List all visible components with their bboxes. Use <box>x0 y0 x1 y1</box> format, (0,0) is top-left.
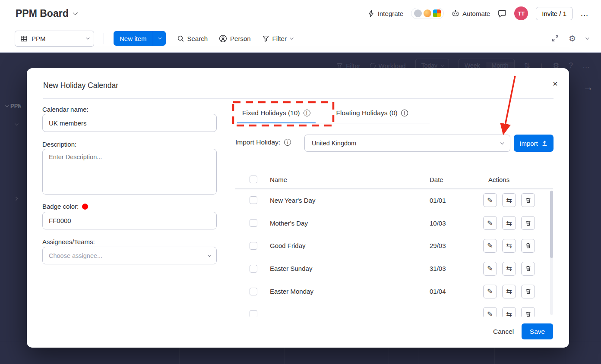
date-header: Date <box>430 176 482 183</box>
app-icon-1 <box>414 9 422 17</box>
select-all-checkbox[interactable] <box>250 176 257 183</box>
scrollbar-thumb[interactable] <box>550 191 553 258</box>
calendar-name-label: Calendar name: <box>42 106 89 113</box>
holiday-name: New Year's Day <box>270 197 430 204</box>
badge-color-swatch <box>82 204 88 210</box>
edit-icon[interactable]: ✎ <box>483 262 497 276</box>
delete-icon[interactable] <box>521 216 535 230</box>
description-label: Description: <box>42 141 76 148</box>
delete-icon[interactable] <box>521 285 535 298</box>
trash-icon <box>525 197 531 204</box>
edit-icon[interactable]: ✎ <box>483 216 497 230</box>
row-actions: ✎ ⇆ <box>482 193 554 207</box>
row-checkbox[interactable] <box>250 196 257 204</box>
avatar[interactable]: TT <box>514 6 528 20</box>
swap-icon[interactable]: ⇆ <box>502 262 516 276</box>
board-view-select[interactable]: PPM <box>15 31 94 47</box>
new-item-split-button: New item <box>114 31 166 46</box>
holiday-date: 29/03 <box>430 242 482 249</box>
assignees-select[interactable]: Choose assignee... <box>42 247 217 264</box>
description-textarea[interactable] <box>42 149 217 195</box>
table-row: New Year's Day 01/01 ✎ ⇆ <box>235 189 554 212</box>
row-checkbox[interactable] <box>250 265 257 273</box>
search-button[interactable]: Search <box>177 35 208 42</box>
edit-icon[interactable]: ✎ <box>483 193 497 207</box>
integrations-apps-pill[interactable] <box>411 8 444 19</box>
filter-button[interactable]: Filter <box>262 35 292 42</box>
chat-bubble-icon <box>498 9 506 18</box>
board-title[interactable]: PPM Board <box>16 8 76 19</box>
table-row: Good Friday 29/03 ✎ ⇆ <box>235 235 554 257</box>
row-checkbox[interactable] <box>250 288 257 295</box>
new-item-button[interactable]: New item <box>114 31 153 46</box>
header-actions: Integrate Automate TT Invite / 1 <box>367 0 589 27</box>
automate-label: Automate <box>462 10 490 17</box>
search-icon <box>177 35 184 42</box>
actions-header: Actions <box>482 176 554 183</box>
holiday-name: Mother's Day <box>270 220 430 227</box>
filter-label: Filter <box>272 35 287 42</box>
import-country-select[interactable]: United Kingdom <box>304 135 510 152</box>
trash-icon <box>525 288 531 295</box>
tab-floating-holidays[interactable]: Floating Holidays (0) <box>329 103 415 123</box>
table-row-partial: ✎ ⇆ <box>235 303 554 317</box>
delete-icon[interactable] <box>521 307 535 317</box>
delete-icon[interactable] <box>521 239 535 253</box>
holiday-tabs: Fixed Holidays (10) Floating Holidays (0… <box>235 103 430 123</box>
edit-icon[interactable]: ✎ <box>483 239 497 253</box>
import-country-value: United Kingdom <box>312 140 356 147</box>
close-icon[interactable]: × <box>553 78 558 89</box>
swap-icon[interactable]: ⇆ <box>502 216 516 230</box>
row-checkbox[interactable] <box>250 310 257 317</box>
table-row: Easter Sunday 31/03 ✎ ⇆ <box>235 257 554 280</box>
trash-icon <box>525 220 531 226</box>
chevron-down-icon <box>290 36 293 39</box>
delete-icon[interactable] <box>521 262 535 276</box>
info-icon[interactable] <box>284 139 291 146</box>
header-more-menu[interactable]: … <box>580 9 589 18</box>
row-checkbox[interactable] <box>250 242 257 250</box>
holiday-date: 01/01 <box>430 197 482 204</box>
invite-button[interactable]: Invite / 1 <box>536 7 573 20</box>
swap-icon[interactable]: ⇆ <box>502 239 516 253</box>
badge-color-input[interactable] <box>42 212 217 229</box>
holiday-name: Easter Monday <box>270 288 430 295</box>
assignees-label: Assignees/Teams: <box>42 238 95 245</box>
person-filter-button[interactable]: Person <box>219 35 251 43</box>
toolbar-right-icons: ⚙ <box>551 35 588 43</box>
settings-gear-icon[interactable]: ⚙ <box>569 35 576 43</box>
row-actions: ✎ ⇆ <box>482 307 554 317</box>
app-icon-3 <box>433 9 441 17</box>
import-button[interactable]: Import <box>514 135 554 152</box>
fullscreen-icon[interactable] <box>551 35 559 42</box>
divider <box>104 33 104 44</box>
row-checkbox[interactable] <box>250 219 257 227</box>
integrate-icon <box>367 10 375 17</box>
info-icon[interactable] <box>304 110 310 116</box>
new-holiday-calendar-modal: New Holiday Calendar × Calendar name: De… <box>27 68 569 348</box>
delete-icon[interactable] <box>521 193 535 207</box>
save-button[interactable]: Save <box>522 323 553 339</box>
integrate-button[interactable]: Integrate <box>367 10 403 17</box>
holiday-name: Easter Sunday <box>270 265 430 272</box>
table-grid-icon <box>20 35 28 42</box>
swap-icon[interactable]: ⇆ <box>502 193 516 207</box>
tab-fixed-holidays[interactable]: Fixed Holidays (10) <box>235 103 317 123</box>
swap-icon[interactable]: ⇆ <box>502 307 516 317</box>
trash-icon <box>525 311 531 317</box>
swap-icon[interactable]: ⇆ <box>502 285 516 298</box>
info-icon[interactable] <box>401 110 408 116</box>
board-toolbar: PPM New item Search Person Filter <box>0 27 601 50</box>
chat-button[interactable] <box>498 9 506 18</box>
edit-icon[interactable]: ✎ <box>483 285 497 298</box>
chevron-down-icon <box>158 36 161 39</box>
automate-button[interactable]: Automate <box>452 9 490 17</box>
edit-icon[interactable]: ✎ <box>483 307 497 317</box>
cancel-button[interactable]: Cancel <box>485 323 522 339</box>
collapse-toolbar-chevron[interactable] <box>585 36 589 39</box>
chevron-down-icon <box>500 141 504 144</box>
top-header: PPM Board Integrate Automate <box>0 0 601 53</box>
divider <box>43 98 554 99</box>
calendar-name-input[interactable] <box>42 114 217 132</box>
new-item-dropdown[interactable] <box>153 31 166 46</box>
